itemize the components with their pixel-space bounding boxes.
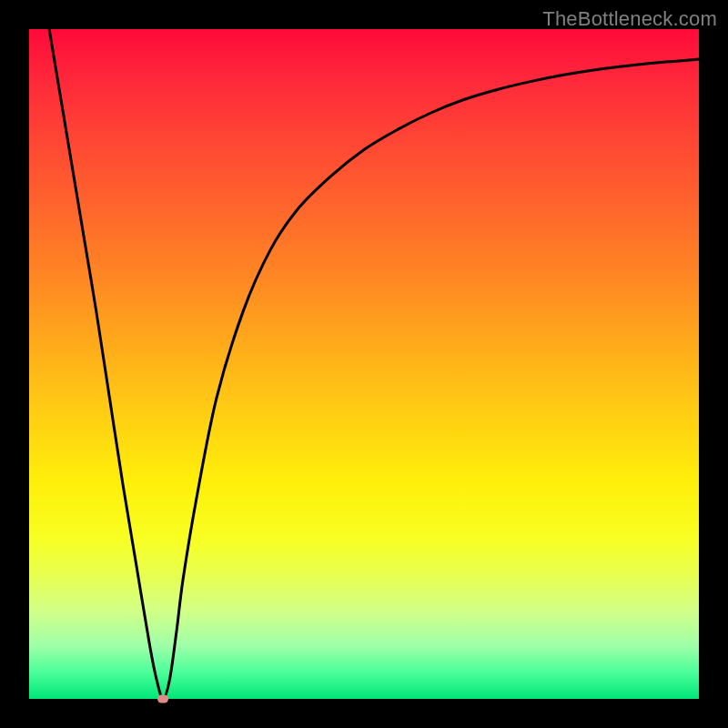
chart-frame: TheBottleneck.com xyxy=(0,0,728,728)
dip-marker xyxy=(157,695,168,703)
bottleneck-curve xyxy=(29,29,699,699)
plot-area xyxy=(29,29,699,699)
watermark-text: TheBottleneck.com xyxy=(542,7,717,31)
curve-path xyxy=(49,29,699,699)
